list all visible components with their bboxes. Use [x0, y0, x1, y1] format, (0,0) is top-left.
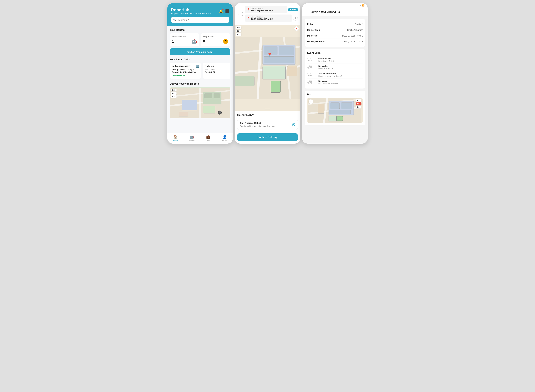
available-row: 1 🤖 — [172, 39, 197, 44]
dropoff-label: Drop Off Location 1 — [251, 16, 273, 18]
to-key: Deliver To — [307, 34, 318, 37]
map2-floors: L11 L3 B2 — [236, 26, 242, 36]
find-robot-button[interactable]: Find an Available Robot — [170, 48, 230, 56]
search-icon: 🔍 — [173, 19, 176, 21]
dropoff-field[interactable]: 📍 Drop Off Location 1 BL01 L3 Wait Point… — [245, 14, 292, 22]
notification-button[interactable]: 🔔 — [219, 9, 223, 13]
search-bar[interactable]: 🔍 — [171, 17, 229, 23]
route-row: ← 📍 Pick Up Location Discharge Pharmacy — [237, 6, 298, 22]
s2-floor-l3: L3 — [236, 30, 242, 33]
svg-rect-21 — [341, 103, 352, 109]
event-logs-card: Event Logs 4 Dec 18:19 Order Placed Disp… — [305, 49, 365, 89]
s3-back-button[interactable]: ← — [305, 10, 308, 14]
svg-rect-17 — [271, 81, 281, 93]
header-top: RoboHub Empower Your Bots, Elevate Your … — [171, 8, 229, 15]
dot3 — [242, 15, 243, 16]
repeat-icon: 🔄 — [196, 65, 199, 68]
job-dropoff-1: DropOff: BL — [205, 71, 230, 73]
svg-rect-25 — [336, 116, 343, 121]
nav-profile[interactable]: 👤 Profile — [216, 135, 233, 141]
map-card: Map ▲ — [305, 91, 365, 125]
event-desc-3: Delivered Item has been delivered — [318, 80, 338, 85]
dot1 — [242, 12, 243, 13]
svg-rect-16 — [235, 76, 254, 86]
search-input[interactable] — [178, 19, 227, 21]
screen3-phone: 2 ▲ 📶 ← Order #SGH02313 Robot Swiftie2 D… — [302, 3, 368, 144]
job-title-1: Order #S — [205, 65, 230, 68]
radio-button[interactable] — [292, 123, 295, 126]
mini-compass-icon: ▲ — [310, 100, 312, 103]
order-info-card: Robot Swiftie2 Deliver From Swiftie2Char… — [305, 19, 365, 47]
nav-robots-label: Robots — [189, 140, 195, 141]
event-row-0: 4 Dec 18:19 Order Placed Dispatching Rob… — [307, 56, 363, 64]
svg-rect-24 — [318, 104, 324, 113]
app-title: RoboHub — [171, 8, 210, 12]
radio-inner — [293, 123, 294, 125]
drag-handle — [264, 109, 271, 109]
compass: ▲ — [294, 26, 299, 31]
event-desc-2: Arrived at Dropoff Robot has arrived at … — [318, 72, 342, 77]
mini-map-floors: L11 L3 B2 — [356, 99, 362, 108]
mini-map-compass: ▲ — [309, 99, 313, 104]
event-time-0: 4 Dec 18:19 — [307, 57, 316, 62]
job-title-0: Order #SGH02317 🔄 — [172, 65, 199, 68]
add-dropoff-button[interactable]: + — [293, 16, 298, 21]
svg-rect-8 — [219, 112, 221, 113]
pickup-field[interactable]: 📍 Pick Up Location Discharge Pharmacy — [245, 6, 287, 13]
event-row-1: 4 Dec 18:22 Delivering Robot is in trans… — [307, 64, 363, 71]
notif-dot — [222, 9, 223, 10]
status-bar: 2 ▲ 📶 — [302, 3, 368, 7]
profile-icon: 👤 — [223, 135, 227, 139]
back-button[interactable]: ← — [237, 12, 240, 16]
app-tagline: Empower Your Bots, Elevate Your Efficien… — [171, 12, 210, 15]
s3-floor-l11: L11 — [356, 99, 362, 102]
nav-robots[interactable]: 🤖 Robots — [184, 135, 200, 141]
robots-row: Available Robots 1 🤖 Busy Robots 0 ⏱ — [170, 33, 230, 46]
job-pickup-1: PickUp: Sw — [205, 69, 230, 71]
job-pickup-0: PickUp: Swiftie2Charger — [172, 69, 199, 71]
deliver-section-title: Deliver now with Robots — [170, 82, 230, 85]
deliver-map: L11 L3 B2 — [170, 87, 230, 118]
svg-rect-22 — [329, 110, 350, 114]
screen2-phone: ← 📍 Pick Up Location Discharge Pharmacy — [235, 3, 300, 144]
event-row-3: 4 Dec 18:29 Delivered Item has been deli… — [307, 79, 363, 86]
screen2-header: ← 📍 Pick Up Location Discharge Pharmacy — [235, 3, 300, 25]
svg-rect-5 — [182, 100, 197, 110]
robots-section-title: Your Robots — [170, 28, 230, 31]
map-card-title: Map — [307, 93, 363, 96]
job-card-1[interactable]: Order #S PickUp: Sw DropOff: BL — [203, 63, 230, 79]
event-time-1: 4 Dec 18:22 — [307, 65, 316, 70]
signal-icons: ▲ 📶 — [360, 4, 365, 7]
svg-rect-15 — [287, 66, 297, 76]
job-card-0[interactable]: Order #SGH02317 🔄 PickUp: Swiftie2Charge… — [170, 63, 201, 79]
robot-val: Swiftie2 — [355, 23, 363, 25]
nearest-robot-option[interactable]: Call Nearest Robot Priority call the fas… — [237, 119, 298, 130]
bottom-nav: 🏠 Home 🤖 Robots 💼 Jobs 👤 Profile — [167, 133, 233, 144]
logout-button[interactable]: ⬛ — [225, 9, 229, 13]
robot-row: Robot Swiftie2 — [307, 21, 363, 27]
event-logs-title: Event Logs — [307, 51, 363, 54]
nav-jobs[interactable]: 💼 Jobs — [200, 135, 216, 141]
compass-icon: ▲ — [295, 27, 298, 30]
nav-home[interactable]: 🏠 Home — [167, 135, 184, 141]
floor-l3: L3 — [171, 92, 177, 95]
header-icons: 🔔 ⬛ — [219, 9, 229, 13]
screen1-header: RoboHub Empower Your Bots, Elevate Your … — [167, 3, 233, 26]
confirm-delivery-button[interactable]: Confirm Delivery — [237, 133, 298, 141]
svg-rect-3 — [214, 94, 220, 98]
to-val: BL02 L3 Wait Point 1 — [342, 34, 363, 37]
nav-jobs-label: Jobs — [206, 140, 210, 141]
screen3-header: ← Order #SGH02313 — [302, 7, 368, 16]
dropoff-field-content: Drop Off Location 1 BL01 L3 Wait Point 2 — [251, 16, 273, 20]
event-row-2: 4 Dec 18:27 Arrived at Dropoff Robot has… — [307, 71, 363, 79]
dropoff-value: BL01 L3 Wait Point 2 — [251, 18, 273, 20]
floor-l11: L11 — [171, 89, 177, 92]
available-robots-card: Available Robots 1 🤖 — [170, 33, 199, 46]
svg-rect-2 — [205, 94, 212, 98]
duration-val: 4 Dec, 18:19 – 18:29 — [342, 40, 363, 43]
now-badge[interactable]: ▼ Now — [288, 8, 298, 11]
from-val: Swiftie2Charger — [347, 29, 363, 31]
busy-count: 0 — [203, 39, 205, 43]
screen2-map: L11 L3 B2 ▲ 📍 — [235, 25, 300, 111]
dot2 — [242, 14, 243, 14]
